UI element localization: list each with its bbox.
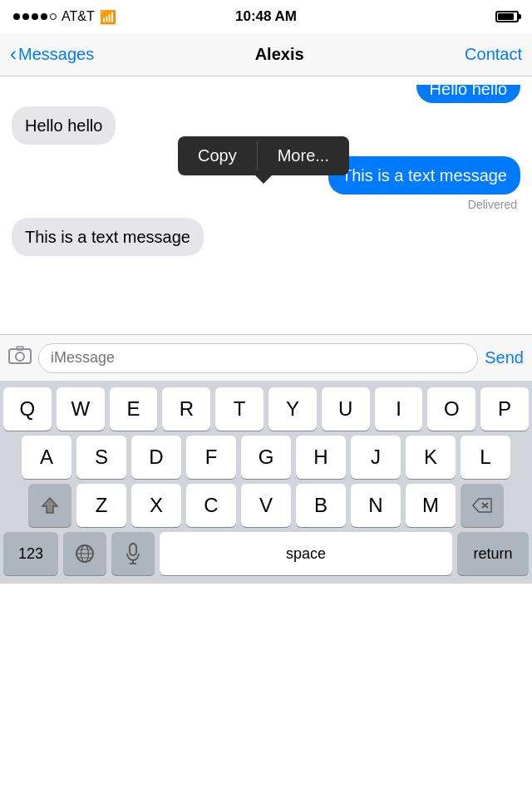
keyboard-row-2: A S D F G H J K L <box>3 436 529 479</box>
key-j[interactable]: J <box>351 436 401 479</box>
key-r[interactable]: R <box>162 387 210 431</box>
chevron-left-icon: ‹ <box>10 44 17 64</box>
signal-dot-3 <box>32 13 38 20</box>
copy-button[interactable]: Copy <box>178 136 257 175</box>
microphone-key[interactable] <box>111 532 155 575</box>
key-z[interactable]: Z <box>76 484 126 527</box>
camera-button[interactable] <box>8 345 32 371</box>
key-n[interactable]: N <box>351 484 401 527</box>
signal-dot-1 <box>13 13 20 20</box>
status-left: AT&T 📶 <box>13 9 116 25</box>
space-key[interactable]: space <box>160 532 452 575</box>
input-bar: Send <box>0 334 532 381</box>
partial-bubble[interactable]: Hello hello <box>416 85 520 103</box>
signal-dot-5 <box>50 13 57 20</box>
keyboard: Q W E R T Y U I O P A S D F G H J K L Z … <box>0 381 532 584</box>
incoming-hello-bubble[interactable]: Hello hello <box>12 106 116 145</box>
back-label: Messages <box>18 45 94 64</box>
key-h[interactable]: H <box>296 436 346 479</box>
delivered-label: Delivered <box>12 198 520 211</box>
contact-button[interactable]: Contact <box>465 45 522 64</box>
key-w[interactable]: W <box>57 387 105 431</box>
signal-dot-2 <box>22 13 29 20</box>
key-x[interactable]: X <box>131 484 181 527</box>
key-k[interactable]: K <box>406 436 456 479</box>
signal-dots <box>13 13 57 20</box>
incoming-text-bubble[interactable]: This is a text message <box>12 218 204 256</box>
status-time: 10:48 AM <box>235 8 297 25</box>
context-menu: Copy More... <box>178 136 349 175</box>
messages-area: Hello hello Hello hello Copy More... Thi… <box>0 76 532 334</box>
message-input[interactable] <box>38 343 478 373</box>
key-v[interactable]: V <box>241 484 291 527</box>
key-c[interactable]: C <box>186 484 236 527</box>
key-e[interactable]: E <box>110 387 158 431</box>
key-i[interactable]: I <box>375 387 423 431</box>
shift-key[interactable] <box>28 484 71 527</box>
return-key[interactable]: return <box>457 532 529 575</box>
svg-point-1 <box>16 352 24 361</box>
keyboard-row-3: Z X C V B N M <box>3 484 529 527</box>
key-s[interactable]: S <box>76 436 126 479</box>
keyboard-row-4: 123 space return <box>3 532 529 575</box>
key-q[interactable]: Q <box>3 387 52 431</box>
outgoing-text-bubble[interactable]: This is a text message <box>328 156 520 195</box>
keyboard-row-1: Q W E R T Y U I O P <box>3 387 529 431</box>
incoming-hello-text: Hello hello <box>25 116 102 135</box>
svg-rect-11 <box>130 544 136 555</box>
key-u[interactable]: U <box>322 387 370 431</box>
key-d[interactable]: D <box>131 436 181 479</box>
key-m[interactable]: M <box>406 484 456 527</box>
key-p[interactable]: P <box>480 387 529 431</box>
nav-bar: ‹ Messages Alexis Contact <box>0 33 532 76</box>
wifi-icon: 📶 <box>100 9 116 25</box>
key-o[interactable]: O <box>427 387 475 431</box>
carrier-label: AT&T <box>62 9 95 24</box>
incoming-hello-row: Hello hello Copy More... <box>12 106 520 145</box>
status-right <box>495 11 519 22</box>
more-button[interactable]: More... <box>258 136 349 175</box>
key-l[interactable]: L <box>461 436 510 479</box>
status-bar: AT&T 📶 10:48 AM <box>0 0 532 33</box>
key-a[interactable]: A <box>22 436 71 479</box>
nav-title: Alexis <box>255 45 304 64</box>
globe-key[interactable] <box>63 532 106 575</box>
key-b[interactable]: B <box>296 484 346 527</box>
outgoing-text: This is a text message <box>342 166 507 185</box>
back-button[interactable]: ‹ Messages <box>10 45 94 64</box>
key-g[interactable]: G <box>241 436 291 479</box>
incoming-text-row: This is a text message <box>12 218 520 256</box>
partial-bubble-text: Hello hello <box>430 85 507 98</box>
key-t[interactable]: T <box>215 387 264 431</box>
send-button[interactable]: Send <box>485 348 524 367</box>
incoming-text: This is a text message <box>25 228 190 246</box>
numbers-key[interactable]: 123 <box>3 532 58 575</box>
key-f[interactable]: F <box>186 436 236 479</box>
svg-marker-3 <box>42 498 57 513</box>
key-y[interactable]: Y <box>268 387 317 431</box>
delete-key[interactable] <box>461 484 504 527</box>
battery-fill <box>498 13 514 20</box>
partial-message-row: Hello hello <box>12 85 520 103</box>
signal-dot-4 <box>41 13 47 20</box>
battery-icon <box>495 11 519 22</box>
